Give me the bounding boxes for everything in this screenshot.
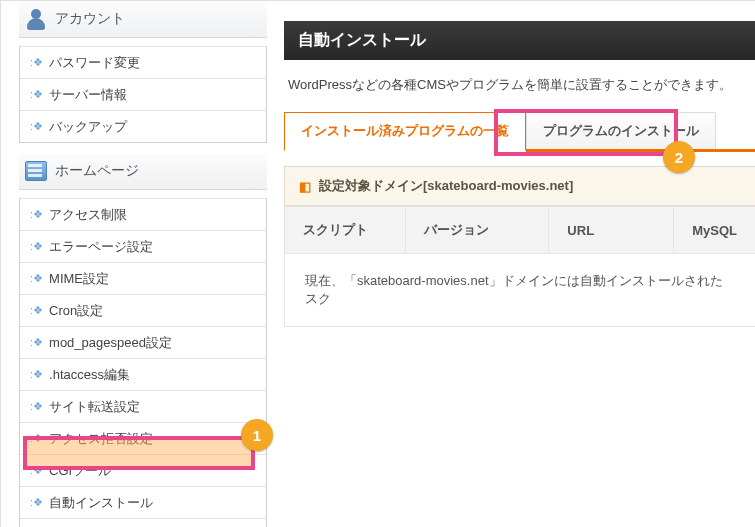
sidebar-item-autoinstall[interactable]: :❖自動インストール [20,486,266,518]
sidebar-item-errorpage[interactable]: :❖エラーページ設定 [20,230,266,262]
menu-item-label: Cron設定 [49,302,103,320]
sidebar-item-serverinfo[interactable]: :❖サーバー情報 [20,78,266,110]
section-label: ホームページ [55,162,139,180]
section-header-homepage: ホームページ [19,153,267,190]
arrow-icon: :❖ [30,88,43,101]
menu-item-label: サイト転送設定 [49,398,140,416]
sidebar-item-phpver[interactable]: :❖PHP Ver.切替 [20,518,266,527]
menu-item-label: パスワード変更 [49,54,140,72]
sidebar-item-deny[interactable]: :❖アクセス拒否設定 [20,422,266,454]
target-domain-label: 設定対象ドメイン[skateboard-movies.net] [319,177,573,195]
tab-label: プログラムのインストール [543,123,699,138]
arrow-icon: :❖ [30,56,43,69]
sidebar-item-access[interactable]: :❖アクセス制限 [20,198,266,230]
menu-item-label: サーバー情報 [49,86,127,104]
table-header-row: スクリプト バージョン URL MySQL [285,207,756,254]
empty-message: 現在、「skateboard-movies.net」ドメインには自動インストール… [284,254,755,327]
menu-item-label: エラーページ設定 [49,238,153,256]
section-label: アカウント [55,10,125,28]
menu-item-label: 自動インストール [49,494,153,512]
menu-item-label: アクセス制限 [49,206,127,224]
menu-item-label: アクセス拒否設定 [49,430,153,448]
sidebar-item-mime[interactable]: :❖MIME設定 [20,262,266,294]
person-icon [25,8,47,30]
menu-item-label: MIME設定 [49,270,109,288]
sidebar-item-password[interactable]: :❖パスワード変更 [20,46,266,78]
col-script: スクリプト [285,207,406,254]
menu-item-label: .htaccess編集 [49,366,130,384]
arrow-icon: :❖ [30,304,43,317]
arrow-icon: :❖ [30,496,43,509]
sidebar: アカウント :❖パスワード変更 :❖サーバー情報 :❖バックアップ ホームページ… [19,1,267,527]
sidebar-item-cgi[interactable]: :❖CGIツール [20,454,266,486]
tab-label: インストール済みプログラムの一覧 [301,123,509,138]
install-table: スクリプト バージョン URL MySQL [284,206,755,254]
menu-item-label: CGIツール [49,462,111,480]
page-description: WordPressなどの各種CMSやプログラムを簡単に設置することができます。 [284,60,755,112]
sidebar-item-pagespeed[interactable]: :❖mod_pagespeed設定 [20,326,266,358]
sidebar-item-htaccess[interactable]: :❖.htaccess編集 [20,358,266,390]
arrow-icon: :❖ [30,464,43,477]
annotation-badge-2: 2 [663,141,695,173]
menu-item-label: mod_pagespeed設定 [49,334,172,352]
arrow-icon: :❖ [30,400,43,413]
arrow-icon: :❖ [30,120,43,133]
annotation-badge-1: 1 [241,419,273,451]
col-mysql: MySQL [674,207,755,254]
arrow-icon: :❖ [30,336,43,349]
arrow-icon: :❖ [30,368,43,381]
document-icon [25,161,47,181]
col-url: URL [549,207,674,254]
sidebar-item-cron[interactable]: :❖Cron設定 [20,294,266,326]
arrow-icon: :❖ [30,208,43,221]
main: 自動インストール WordPressなどの各種CMSやプログラムを簡単に設置する… [284,21,755,527]
menu-homepage: :❖アクセス制限 :❖エラーページ設定 :❖MIME設定 :❖Cron設定 :❖… [19,198,267,527]
menu-item-label: バックアップ [49,118,127,136]
tab-installed-list[interactable]: インストール済みプログラムの一覧 [284,112,526,152]
sidebar-item-redirect[interactable]: :❖サイト転送設定 [20,390,266,422]
arrow-icon: :❖ [30,432,43,445]
col-version: バージョン [406,207,549,254]
square-bullet-icon: ◧ [299,179,311,194]
page-title: 自動インストール [284,21,755,60]
arrow-icon: :❖ [30,272,43,285]
arrow-icon: :❖ [30,240,43,253]
section-header-account: アカウント [19,1,267,38]
menu-account: :❖パスワード変更 :❖サーバー情報 :❖バックアップ [19,46,267,143]
sidebar-item-backup[interactable]: :❖バックアップ [20,110,266,142]
